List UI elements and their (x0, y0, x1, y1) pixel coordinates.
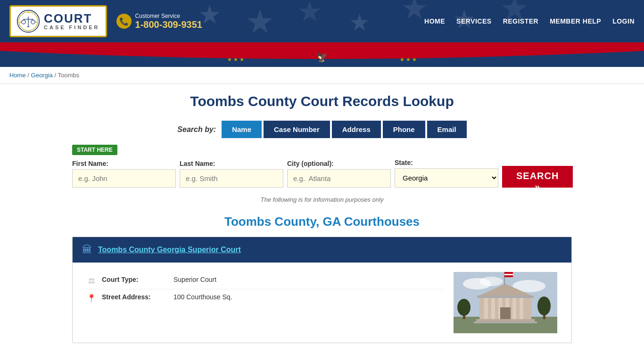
first-name-input[interactable] (72, 169, 176, 188)
city-group: City (optional): (287, 160, 391, 188)
city-input[interactable] (287, 169, 391, 188)
cs-label: Customer Service (135, 13, 202, 19)
tab-address[interactable]: Address (332, 121, 381, 138)
court-type-icon: ⚖ (87, 276, 96, 285)
last-name-group: Last Name: (180, 160, 283, 188)
eagle-bar: 🦅 ★ ★ ★ ★ ★ ★ (0, 42, 644, 67)
svg-text:★ ★ ★: ★ ★ ★ (400, 57, 417, 62)
logo-case-finder-label: CASE FINDER (44, 25, 100, 30)
state-group: State: Georgia Alabama Florida South Car… (395, 159, 498, 188)
breadcrumb-georgia[interactable]: Georgia (31, 72, 53, 79)
svg-rect-47 (504, 275, 513, 277)
nav-login[interactable]: LOGIN (612, 17, 635, 25)
court-type-value: Superior Court (173, 276, 216, 283)
svg-rect-45 (504, 272, 513, 274)
customer-service: 📞 Customer Service 1-800-309-9351 (116, 13, 202, 30)
courthouse-header: 🏛 Toombs County Georgia Superior Court (73, 237, 571, 263)
court-type-label: Court Type: (102, 276, 168, 283)
svg-text:★: ★ (297, 0, 322, 27)
svg-rect-29 (491, 296, 495, 319)
svg-rect-32 (512, 296, 516, 319)
first-name-group: First Name: (72, 160, 176, 188)
address-icon: 📍 (87, 294, 96, 303)
main-nav: HOME SERVICES REGISTER MEMBER HELP LOGIN (424, 17, 635, 25)
courthouse-photo (454, 272, 557, 333)
svg-point-42 (537, 296, 551, 315)
svg-point-40 (457, 299, 471, 316)
courthouse-image (454, 272, 557, 333)
courthouse-body: ⚖ Court Type: Superior Court 📍 Street Ad… (73, 263, 571, 343)
state-label: State: (395, 159, 498, 166)
logo[interactable]: ★ ★ ★ COURT CASE FINDER (9, 5, 107, 37)
address-label: Street Address: (102, 293, 168, 301)
breadcrumb-toombs: Toombs (58, 72, 79, 79)
nav-services[interactable]: SERVICES (456, 17, 492, 25)
svg-rect-28 (484, 296, 488, 319)
svg-point-15 (31, 20, 35, 24)
svg-text:★: ★ (349, 9, 370, 36)
courthouse-icon: 🏛 (82, 244, 92, 256)
search-button[interactable]: SEARCH » (502, 166, 573, 188)
page-title: Toombs County Court Records Lookup (72, 93, 572, 109)
svg-point-24 (479, 277, 503, 286)
address-value: 100 Courthouse Sq. (173, 293, 232, 301)
courthouse-card: 🏛 Toombs County Georgia Superior Court ⚖… (72, 237, 572, 343)
svg-point-14 (22, 20, 25, 24)
courthouse-details: ⚖ Court Type: Superior Court 📍 Street Ad… (87, 272, 444, 333)
svg-text:★: ★ (27, 11, 30, 14)
svg-rect-33 (520, 296, 523, 319)
start-here-badge: START HERE (72, 145, 117, 155)
court-type-row: ⚖ Court Type: Superior Court (87, 272, 444, 289)
logo-emblem-icon: ★ ★ ★ (17, 9, 40, 33)
phone-icon: 📞 (116, 14, 132, 29)
nav-member-help[interactable]: MEMBER HELP (550, 17, 601, 25)
svg-rect-35 (477, 296, 534, 298)
courthouse-name-link[interactable]: Toombs County Georgia Superior Court (98, 246, 241, 254)
cs-phone: 1-800-309-9351 (135, 19, 202, 30)
disclaimer-text: The following is for information purpose… (72, 196, 572, 203)
svg-rect-37 (476, 319, 535, 321)
nav-home[interactable]: HOME (424, 17, 445, 25)
svg-text:★ ★ ★: ★ ★ ★ (227, 57, 244, 62)
breadcrumb-home[interactable]: Home (9, 72, 26, 79)
svg-rect-46 (504, 274, 513, 275)
nav-register[interactable]: REGISTER (503, 17, 539, 25)
main-content: Toombs County Court Records Lookup Searc… (63, 84, 581, 353)
first-name-label: First Name: (72, 160, 176, 167)
search-by-row: Search by: Name Case Number Address Phon… (72, 121, 572, 138)
cs-text: Customer Service 1-800-309-9351 (135, 13, 202, 30)
site-header: ★ ★ ★ ★ ★ ★ ★ ★ ★ ★ (0, 0, 644, 42)
last-name-label: Last Name: (180, 160, 283, 167)
breadcrumb: Home / Georgia / Toombs (0, 67, 644, 84)
breadcrumb-sep-1: / (27, 72, 31, 79)
search-form: First Name: Last Name: City (optional): … (72, 159, 572, 188)
logo-court-label: COURT (44, 12, 92, 25)
last-name-input[interactable] (180, 169, 283, 188)
svg-text:★: ★ (35, 21, 37, 24)
logo-text: COURT CASE FINDER (44, 12, 100, 30)
tab-name[interactable]: Name (222, 121, 262, 138)
address-row: 📍 Street Address: 100 Courthouse Sq. (87, 289, 444, 306)
courthouses-title: Toombs County, GA Courthouses (72, 214, 572, 229)
state-select[interactable]: Georgia Alabama Florida South Carolina T… (395, 168, 498, 188)
svg-text:★: ★ (19, 21, 22, 24)
svg-rect-36 (500, 307, 511, 319)
tab-phone[interactable]: Phone (383, 121, 425, 138)
wave-svg: 🦅 ★ ★ ★ ★ ★ ★ (0, 42, 644, 67)
tab-email[interactable]: Email (427, 121, 467, 138)
city-label: City (optional): (287, 160, 391, 167)
header-left: ★ ★ ★ COURT CASE FINDER 📞 Customer Se (9, 5, 202, 37)
svg-rect-38 (474, 321, 537, 323)
search-by-label: Search by: (177, 125, 216, 134)
tab-case-number[interactable]: Case Number (264, 121, 330, 138)
svg-text:🦅: 🦅 (316, 51, 328, 63)
svg-text:★: ★ (245, 3, 275, 40)
